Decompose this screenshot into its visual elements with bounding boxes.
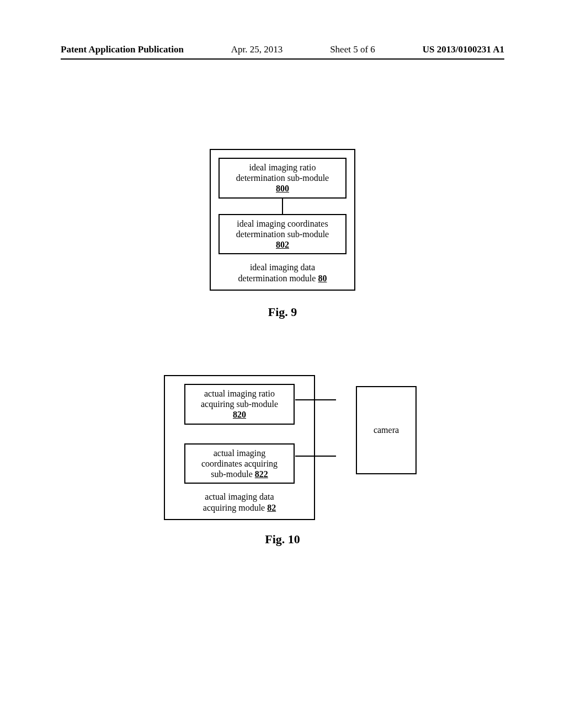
text: actual imaging: [214, 448, 266, 458]
text: ideal imaging ratio: [249, 163, 316, 172]
text: ideal imaging coordinates: [237, 219, 328, 228]
ref-number: 800: [276, 184, 289, 193]
figure-10-caption: Fig. 10: [0, 532, 565, 547]
camera-label: camera: [374, 425, 399, 435]
text: determination sub-module: [236, 173, 329, 183]
ref-number: 82: [267, 503, 276, 512]
ideal-ratio-submodule-box: ideal imaging ratio determination sub-mo…: [218, 158, 347, 199]
connector-line: [295, 456, 336, 457]
text: actual imaging data: [205, 492, 274, 501]
actual-ratio-submodule-box: actual imaging ratio acquiring sub-modul…: [184, 384, 295, 425]
module-label: actual imaging data acquiring module 82: [173, 491, 306, 513]
ideal-imaging-module-box: ideal imaging ratio determination sub-mo…: [210, 149, 355, 291]
figure-10: actual imaging ratio acquiring sub-modul…: [0, 375, 565, 547]
text: acquiring sub-module: [201, 399, 278, 409]
connector-line: [282, 199, 283, 214]
figure-9: ideal imaging ratio determination sub-mo…: [0, 149, 565, 319]
pub-date: Apr. 25, 2013: [231, 44, 283, 55]
ref-number: 820: [233, 410, 246, 419]
page-header: Patent Application Publication Apr. 25, …: [61, 44, 504, 60]
text: ideal imaging data: [250, 263, 315, 272]
connector-line: [295, 399, 336, 400]
text: actual imaging ratio: [204, 389, 275, 398]
module-label: ideal imaging data determination module …: [218, 262, 347, 284]
camera-box: camera: [356, 386, 417, 474]
ref-number: 80: [318, 274, 327, 283]
actual-coords-submodule-box: actual imaging coordinates acquiring sub…: [184, 443, 295, 484]
actual-imaging-module-box: actual imaging ratio acquiring sub-modul…: [164, 375, 315, 520]
text: determination sub-module: [236, 229, 329, 239]
ideal-coords-submodule-box: ideal imaging coordinates determination …: [218, 214, 347, 255]
text: sub-module: [211, 469, 255, 479]
ref-number: 822: [255, 469, 268, 479]
text: determination module: [238, 274, 318, 283]
text: coordinates acquiring: [201, 459, 278, 468]
figure-9-caption: Fig. 9: [0, 305, 565, 319]
text: acquiring module: [203, 503, 267, 512]
publication-label: Patent Application Publication: [61, 44, 184, 55]
doc-number: US 2013/0100231 A1: [423, 44, 504, 55]
ref-number: 802: [276, 240, 289, 249]
sheet-number: Sheet 5 of 6: [330, 44, 375, 55]
